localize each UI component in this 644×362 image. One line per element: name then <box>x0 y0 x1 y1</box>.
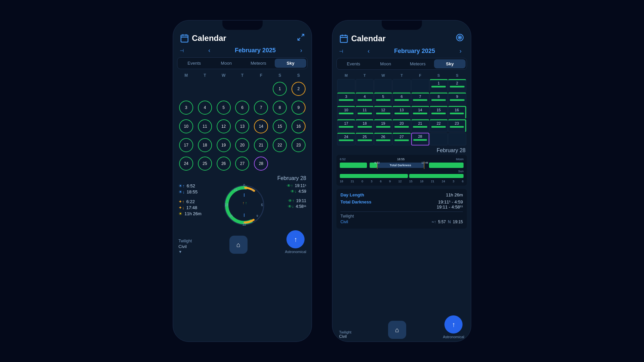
tl-day-27[interactable]: 27 <box>392 133 411 145</box>
next-month-left[interactable]: › <box>298 46 305 55</box>
day-20[interactable]: 20 <box>233 136 252 154</box>
selected-date-left: February 28 <box>178 175 306 181</box>
tl-empty-2 <box>356 79 374 92</box>
share-button-right[interactable]: ↑ <box>444 315 463 334</box>
tl-day-20[interactable]: 20 <box>392 119 411 132</box>
day-1[interactable]: 1 <box>271 80 289 98</box>
day-14[interactable]: 14 <box>252 117 270 135</box>
tab-sky-right[interactable]: Sky <box>434 59 466 68</box>
day-28[interactable]: 28 <box>252 155 270 173</box>
tab-moon-left[interactable]: Moon <box>211 59 242 68</box>
tl-day-23[interactable]: 23 <box>448 119 466 132</box>
twilight-bottom-label: Twilight <box>339 330 352 334</box>
tl-day-28[interactable]: 28 <box>411 133 429 145</box>
day-12[interactable]: 12 <box>215 117 233 135</box>
day-25[interactable]: 25 <box>196 155 214 173</box>
day-11[interactable]: 11 <box>196 117 214 135</box>
svg-text:↑: ↑ <box>245 201 247 205</box>
day-13[interactable]: 13 <box>233 117 252 135</box>
day-7[interactable]: 7 <box>252 99 270 117</box>
tl-day-8[interactable]: 8 <box>430 93 448 105</box>
astro-label-left: Astronomical <box>285 250 306 254</box>
tabs-right: Events Moon Meteors Sky <box>336 58 467 70</box>
day-24[interactable]: 24 <box>177 155 195 173</box>
day-21[interactable]: 21 <box>252 136 270 154</box>
tl-day-4[interactable]: 4 <box>356 93 374 105</box>
tl-day-21[interactable]: 21 <box>411 119 429 132</box>
day-5[interactable]: 5 <box>215 99 233 117</box>
home-button-left[interactable]: ⌂ <box>229 236 248 254</box>
prev-month-right[interactable]: ‹ <box>365 47 372 55</box>
day-23[interactable]: 23 <box>289 136 308 154</box>
tab-events-left[interactable]: Events <box>178 59 210 68</box>
tl-day-15[interactable]: 15 <box>430 106 448 119</box>
tl-day-18[interactable]: 18 <box>356 119 374 132</box>
home-button-right[interactable]: ⌂ <box>388 321 406 339</box>
tl-day-1[interactable]: 1 <box>430 79 448 92</box>
app-header-left: Calendar <box>177 30 308 45</box>
vis-rise-time: 19:11¹ <box>295 183 306 188</box>
tl-day-19[interactable]: 19 <box>374 119 392 132</box>
day-19[interactable]: 19 <box>215 136 233 154</box>
tl-day-11[interactable]: 11 <box>356 106 374 119</box>
dow-s1: S <box>271 72 289 79</box>
sun-label-row: Sun <box>340 170 464 173</box>
day-27[interactable]: 27 <box>233 155 252 173</box>
dark-start-time: 6:22 <box>374 161 380 164</box>
day-2[interactable]: 2 <box>289 80 308 98</box>
calendar-icon-right <box>339 34 348 43</box>
tl-day-17[interactable]: 17 <box>337 119 355 132</box>
tab-sky-left[interactable]: Sky <box>275 59 306 68</box>
day-10[interactable]: 10 <box>177 117 195 135</box>
day-16[interactable]: 16 <box>289 117 308 135</box>
day-18[interactable]: 18 <box>196 136 214 154</box>
share-button-left[interactable]: ↑ <box>286 230 305 248</box>
tl-day-26[interactable]: 26 <box>374 133 392 145</box>
day-8[interactable]: 8 <box>271 99 289 117</box>
tab-meteors-left[interactable]: Meteors <box>243 59 274 68</box>
tl-day-6[interactable]: 6 <box>392 93 411 105</box>
tl-empty-5 <box>411 79 429 92</box>
tl-day-14[interactable]: 14 <box>411 106 429 119</box>
day-9[interactable]: 9 <box>289 99 308 117</box>
time-labels-top: 6:52 18:55 Moon <box>340 158 464 161</box>
twilight-label: Twilight <box>178 239 192 243</box>
tl-day-3[interactable]: 3 <box>337 93 355 105</box>
day-4[interactable]: 4 <box>196 99 214 117</box>
tl-day-5[interactable]: 5 <box>374 93 392 105</box>
tab-moon-right[interactable]: Moon <box>370 59 401 68</box>
tab-events-right[interactable]: Events <box>338 59 369 68</box>
civil-twilight-times: ≈↑ 5:57 N 19:15 <box>432 220 463 224</box>
empty-7 <box>289 155 308 173</box>
tab-meteors-right[interactable]: Meteors <box>402 59 434 68</box>
tl-day-7[interactable]: 7 <box>411 93 429 105</box>
svg-text:12: 12 <box>242 223 246 226</box>
tl-day-16[interactable]: 16 <box>448 106 466 119</box>
home-col-left: ⌂ <box>229 236 248 254</box>
prev-month-left[interactable]: ‹ <box>206 46 213 55</box>
svg-rect-0 <box>181 35 188 42</box>
tl-day-22[interactable]: 22 <box>430 119 448 132</box>
next-month-right[interactable]: › <box>457 47 464 55</box>
tl-day-10[interactable]: 10 <box>337 106 355 119</box>
day-26[interactable]: 26 <box>215 155 233 173</box>
target-button-right[interactable] <box>455 33 464 44</box>
tl-day-9[interactable]: 9 <box>448 93 466 105</box>
tl-day-25[interactable]: 25 <box>356 133 374 145</box>
tl-day-2[interactable]: 2 <box>448 79 466 92</box>
tl-day-13[interactable]: 13 <box>392 106 411 119</box>
total-darkness-bar: Total Darkness <box>377 163 424 168</box>
day-3[interactable]: 3 <box>177 99 195 117</box>
expand-button-left[interactable] <box>297 33 305 43</box>
tl-day-12[interactable]: 12 <box>374 106 392 119</box>
astro-rise-time: 19:11 <box>296 198 306 203</box>
civil-dusk-icon: ✦↓ <box>178 205 184 210</box>
day-22[interactable]: 22 <box>271 136 289 154</box>
day-17[interactable]: 17 <box>177 136 195 154</box>
tl-day-24[interactable]: 24 <box>337 133 355 145</box>
time-labels-bottom: 18 21 0 3 6 9 12 15 18 21 24 3 6 <box>340 180 464 183</box>
civil-twilight-row: Civil ≈↑ 5:57 N 19:15 <box>340 220 463 224</box>
day-6[interactable]: 6 <box>233 99 252 117</box>
civil-approx: ≈↑ <box>432 220 436 224</box>
day-15[interactable]: 15 <box>271 117 289 135</box>
